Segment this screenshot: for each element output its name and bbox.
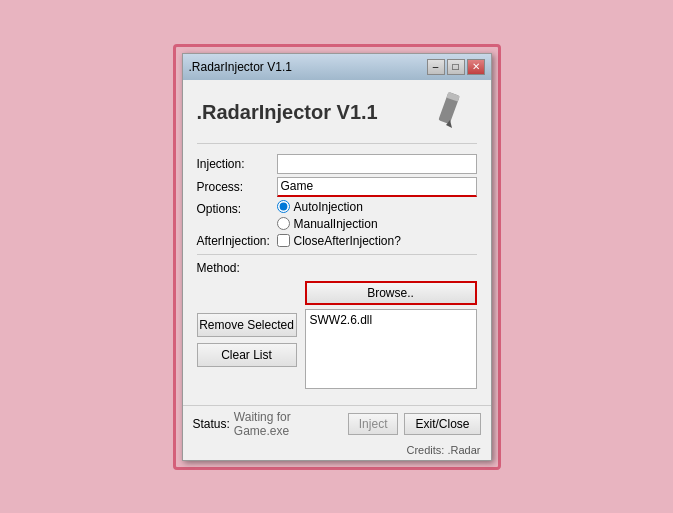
title-bar: .RadarInjector V1.1 – □ ✕ xyxy=(183,54,491,80)
pencil-icon xyxy=(432,90,477,135)
options-label: Options: xyxy=(197,200,277,216)
browse-button[interactable]: Browse.. xyxy=(305,281,477,305)
options-group: AutoInjection ManualInjection xyxy=(277,200,378,231)
close-after-option[interactable]: CloseAfterInjection? xyxy=(277,234,401,248)
manual-injection-option[interactable]: ManualInjection xyxy=(277,217,378,231)
app-title: .RadarInjector V1.1 xyxy=(197,101,378,124)
remove-selected-button[interactable]: Remove Selected xyxy=(197,313,297,337)
clear-list-button[interactable]: Clear List xyxy=(197,343,297,367)
manual-injection-label: ManualInjection xyxy=(294,217,378,231)
close-after-checkbox[interactable] xyxy=(277,234,290,247)
left-buttons: Remove Selected Clear List xyxy=(197,281,297,389)
after-injection-row: AfterInjection: CloseAfterInjection? xyxy=(197,234,477,248)
close-after-label: CloseAfterInjection? xyxy=(294,234,401,248)
main-content: .RadarInjector V1.1 Injection: Process: xyxy=(183,80,491,399)
title-bar-buttons: – □ ✕ xyxy=(427,59,485,75)
status-value: Waiting for Game.exe xyxy=(234,410,348,438)
status-left: Status: Waiting for Game.exe xyxy=(193,410,348,438)
injection-label: Injection: xyxy=(197,157,277,171)
auto-injection-label: AutoInjection xyxy=(294,200,363,214)
window: .RadarInjector V1.1 – □ ✕ .RadarInjector… xyxy=(182,53,492,461)
dll-list-item[interactable]: SWW2.6.dll xyxy=(308,312,474,328)
manual-injection-radio[interactable] xyxy=(277,217,290,230)
header-area: .RadarInjector V1.1 xyxy=(197,90,477,144)
minimize-button[interactable]: – xyxy=(427,59,445,75)
auto-injection-radio[interactable] xyxy=(277,200,290,213)
credits: Credits: .Radar xyxy=(183,442,491,460)
injection-row: Injection: xyxy=(197,154,477,174)
options-section: Options: AutoInjection ManualInjection xyxy=(197,200,477,231)
close-button[interactable]: ✕ xyxy=(467,59,485,75)
status-label: Status: xyxy=(193,417,230,431)
maximize-button[interactable]: □ xyxy=(447,59,465,75)
process-input[interactable] xyxy=(277,177,477,197)
method-area: Remove Selected Clear List Browse.. SWW2… xyxy=(197,281,477,389)
outer-border: .RadarInjector V1.1 – □ ✕ .RadarInjector… xyxy=(173,44,501,470)
process-row: Process: xyxy=(197,177,477,197)
divider xyxy=(197,254,477,255)
window-title: .RadarInjector V1.1 xyxy=(189,60,292,74)
dll-list: SWW2.6.dll xyxy=(305,309,477,389)
method-label: Method: xyxy=(197,261,477,275)
status-bar: Status: Waiting for Game.exe Inject Exit… xyxy=(183,405,491,442)
exit-button[interactable]: Exit/Close xyxy=(404,413,480,435)
right-area: Browse.. SWW2.6.dll xyxy=(305,281,477,389)
inject-button: Inject xyxy=(348,413,399,435)
after-injection-label: AfterInjection: xyxy=(197,234,277,248)
auto-injection-option[interactable]: AutoInjection xyxy=(277,200,378,214)
process-label: Process: xyxy=(197,180,277,194)
status-right: Inject Exit/Close xyxy=(348,413,481,435)
injection-input[interactable] xyxy=(277,154,477,174)
